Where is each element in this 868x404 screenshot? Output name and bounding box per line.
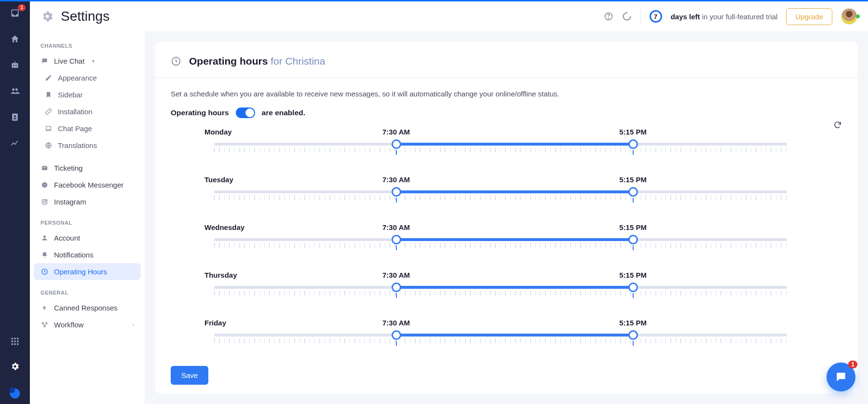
gear-icon [41, 10, 54, 23]
card-title: Operating hours for Christina [189, 55, 325, 67]
svg-rect-0 [12, 63, 18, 68]
slider-handle-start[interactable] [392, 283, 401, 292]
day-row: Wednesday 7:30 AM 5:15 PM [204, 223, 787, 249]
svg-point-5 [15, 88, 18, 91]
sidebar-item-installation[interactable]: Installation [34, 103, 141, 120]
sidebar-item-label: Workflow [54, 321, 83, 329]
section-general: GENERAL [34, 288, 141, 299]
rail-bot[interactable] [9, 59, 21, 71]
rail-apps[interactable] [9, 336, 21, 347]
day-name: Wednesday [204, 223, 267, 231]
day-end-time: 5:15 PM [619, 319, 647, 327]
instagram-icon [41, 198, 48, 206]
rail-home[interactable] [9, 33, 21, 45]
day-start-time: 7:30 AM [382, 175, 410, 184]
pencil-icon [44, 74, 52, 82]
svg-rect-31 [45, 323, 47, 324]
svg-rect-8 [12, 338, 13, 339]
mail-icon [41, 164, 48, 172]
svg-point-24 [41, 182, 47, 188]
rail-people[interactable] [9, 85, 21, 97]
day-row: Friday 7:30 AM 5:15 PM [204, 319, 787, 344]
sidebar-item-label: Appearance [58, 74, 97, 82]
svg-point-26 [43, 201, 45, 202]
top-loading-bar [0, 0, 868, 1]
save-button[interactable]: Save [171, 366, 208, 385]
rail-inbox[interactable]: 1 [9, 7, 21, 19]
slider-handle-end[interactable] [628, 139, 638, 149]
sidebar-item-workflow[interactable]: Workflow › [34, 316, 141, 333]
sidebar-item-fbm[interactable]: Facebook Messenger [34, 176, 141, 193]
slider-handle-end[interactable] [628, 187, 638, 197]
sidebar-item-live-chat[interactable]: Live Chat ▾ [34, 53, 141, 69]
chevron-down-icon: ▾ [92, 58, 95, 64]
svg-point-18 [9, 388, 15, 393]
main-content: Operating hours for Christina Set a sche… [145, 31, 868, 404]
svg-rect-3 [14, 62, 15, 63]
sidebar-item-label: Instagram [54, 198, 86, 206]
rail-contacts[interactable] [9, 111, 21, 123]
slider-handle-end[interactable] [628, 283, 638, 292]
upgrade-button[interactable]: Upgrade [786, 8, 832, 25]
svg-rect-11 [12, 340, 13, 342]
day-end-time: 5:15 PM [619, 223, 647, 231]
sidebar-item-canned[interactable]: Canned Responses [34, 299, 141, 316]
time-slider[interactable] [204, 235, 787, 249]
sidebar-item-label: Operating Hours [54, 268, 107, 276]
svg-point-20 [608, 18, 609, 19]
section-personal: PERSONAL [34, 218, 141, 229]
day-end-time: 5:15 PM [619, 128, 647, 136]
day-start-time: 7:30 AM [382, 128, 410, 136]
globe-icon [44, 142, 52, 149]
sidebar-item-sidebar[interactable]: Sidebar [34, 86, 141, 103]
settings-sidebar: CHANNELS Live Chat ▾ Appearance Sidebar … [30, 31, 145, 404]
trial-text: days left in your full-featured trial [671, 13, 778, 21]
slider-handle-end[interactable] [628, 235, 638, 244]
rail-settings[interactable] [9, 361, 21, 372]
avatar[interactable] [841, 8, 857, 25]
sidebar-item-account[interactable]: Account [34, 229, 141, 246]
day-end-time: 5:15 PM [619, 175, 647, 184]
svg-rect-15 [14, 343, 15, 345]
sidebar-item-operating-hours[interactable]: Operating Hours [34, 263, 141, 280]
operating-hours-toggle[interactable] [236, 108, 255, 118]
user-icon [41, 234, 48, 242]
toggle-label: Operating hours [171, 108, 229, 117]
svg-point-2 [15, 65, 17, 67]
sidebar-item-chat-page[interactable]: Chat Page [34, 120, 141, 137]
slider-handle-end[interactable] [628, 330, 638, 340]
help-icon[interactable] [604, 12, 613, 21]
sidebar-item-ticketing[interactable]: Ticketing [34, 160, 141, 176]
svg-point-27 [46, 200, 46, 201]
activity-icon[interactable] [622, 12, 632, 21]
slider-handle-start[interactable] [392, 235, 401, 244]
sidebar-item-notifications[interactable]: Notifications [34, 246, 141, 263]
chat-fab[interactable]: 1 [827, 363, 855, 391]
slider-handle-start[interactable] [392, 330, 401, 340]
bell-icon [41, 251, 48, 259]
time-slider[interactable] [204, 188, 787, 201]
slider-handle-start[interactable] [392, 139, 401, 149]
svg-rect-12 [14, 340, 15, 342]
svg-point-7 [14, 115, 16, 117]
time-slider[interactable] [204, 331, 787, 344]
svg-point-4 [12, 88, 14, 91]
sidebar-item-appearance[interactable]: Appearance [34, 69, 141, 86]
clock-icon [41, 268, 48, 276]
time-slider[interactable] [204, 140, 787, 153]
rail-analytics[interactable] [9, 137, 21, 149]
sidebar-item-instagram[interactable]: Instagram [34, 193, 141, 210]
clock-icon [171, 56, 181, 67]
sidebar-item-label: Sidebar [58, 91, 83, 99]
svg-rect-16 [17, 343, 18, 345]
rail-logo [8, 386, 22, 399]
laptop-icon [44, 125, 52, 133]
sidebar-item-translations[interactable]: Translations [34, 137, 141, 154]
refresh-icon[interactable] [833, 121, 842, 131]
day-start-time: 7:30 AM [382, 319, 410, 327]
slider-handle-start[interactable] [392, 187, 401, 197]
time-slider[interactable] [204, 283, 787, 296]
section-channels: CHANNELS [34, 41, 141, 53]
sidebar-item-label: Chat Page [58, 124, 92, 133]
rail-inbox-badge: 1 [18, 4, 26, 11]
